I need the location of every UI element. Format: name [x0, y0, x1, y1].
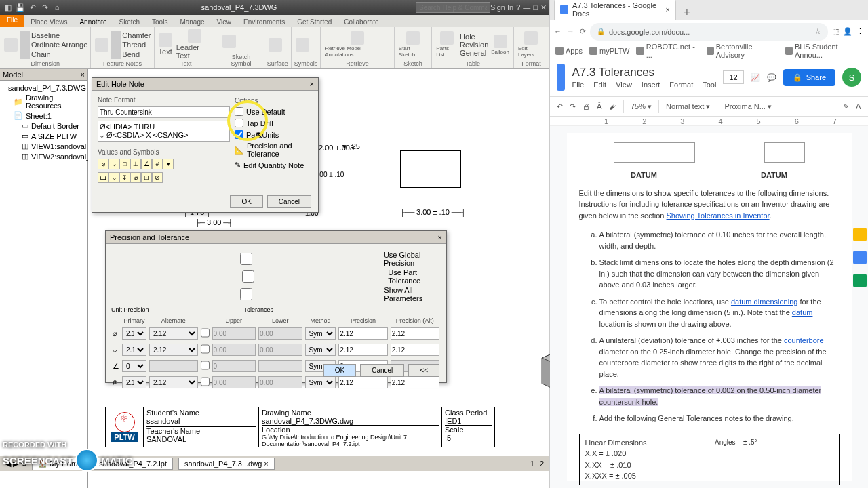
page-num-1[interactable]: 1 — [530, 460, 534, 468]
tab-close-icon[interactable]: × — [666, 5, 670, 14]
row-checkbox[interactable] — [201, 375, 210, 388]
print-icon[interactable]: 🖨 — [583, 102, 590, 110]
menu-file[interactable]: File — [572, 81, 584, 89]
row-checkbox[interactable] — [201, 327, 210, 339]
surface-button[interactable] — [267, 37, 283, 52]
doc-tab-dwg[interactable]: sandoval_P4_7.3...dwg × — [178, 458, 275, 470]
file-tab[interactable]: File — [0, 15, 24, 27]
docs-body[interactable]: DATUM DATUM Edit the dimensions to show … — [550, 126, 868, 488]
bookmark-bentonville[interactable]: Bentonville Advisory — [707, 43, 778, 59]
sym-btn[interactable]: ↧ — [119, 172, 130, 183]
leader-text-button[interactable]: Leader Text — [175, 28, 215, 60]
forward-icon[interactable]: → — [567, 27, 574, 36]
precision-ok-button[interactable]: OK — [323, 364, 356, 377]
edit-hole-cancel-button[interactable]: Cancel — [267, 195, 311, 208]
tree-sheet1[interactable]: 📄Sheet:1 — [11, 110, 85, 121]
primary-select[interactable]: 2.12 — [122, 376, 146, 388]
url-bar[interactable]: 🔒 docs.google.com/docu... ☆ — [590, 23, 828, 41]
part-units-checkbox[interactable]: Part Units — [235, 130, 318, 139]
tab-get-started[interactable]: Get Started — [291, 17, 338, 27]
edit-mode-icon[interactable]: ✎ — [843, 102, 849, 111]
thru-type-input[interactable] — [98, 106, 230, 118]
arrange-button[interactable]: Arrange — [61, 41, 87, 49]
tasks-icon[interactable] — [853, 274, 867, 287]
baseline-button[interactable]: Baseline — [20, 30, 60, 40]
hole-note-button[interactable] — [94, 37, 110, 52]
sym-btn[interactable]: # — [152, 159, 163, 169]
redo-icon[interactable]: ↷ — [570, 102, 576, 111]
edit-hole-ok-button[interactable]: OK — [230, 195, 262, 208]
tab-tools[interactable]: Tools — [146, 17, 174, 27]
precision-input[interactable] — [338, 327, 387, 340]
style-select[interactable]: Normal text ▾ — [666, 102, 710, 111]
text-button[interactable]: Text — [157, 33, 174, 56]
docs-title[interactable]: A7.3 Tolerances — [572, 66, 716, 79]
tab-place-views[interactable]: Place Views — [24, 17, 73, 27]
tab-collaborate[interactable]: Collaborate — [338, 17, 384, 27]
alternate-select[interactable]: 2.12 — [149, 327, 198, 340]
sym-btn[interactable]: ⌴ — [98, 172, 108, 183]
primary-select[interactable]: 0 — [122, 360, 146, 372]
precision-close-icon[interactable]: × — [438, 233, 442, 241]
edit-quantity-link[interactable]: ✎Edit Quantity Note — [235, 161, 318, 169]
star-icon[interactable]: ☆ — [814, 27, 821, 36]
sym-btn[interactable]: ⌵ — [108, 159, 119, 169]
back-icon[interactable]: ← — [554, 27, 561, 36]
tab-manage[interactable]: Manage — [174, 17, 210, 27]
sym-btn[interactable]: ⊘ — [152, 172, 163, 183]
ordinate-button[interactable]: Ordinate — [20, 40, 60, 49]
precision-tolerance-link[interactable]: 📐Precision and Tolerance — [235, 142, 318, 158]
tree-a-size-pltw[interactable]: ▭A SIZE PLTW — [19, 131, 85, 141]
formula-display[interactable]: Ø<HDIA> THRU ⌵ Ø<CSDIA> X <CSANG> — [98, 121, 230, 142]
sym-btn[interactable]: ⊥ — [130, 159, 141, 169]
sym-btn[interactable]: ⌀ — [130, 172, 141, 183]
redo-icon[interactable]: ↷ — [39, 2, 50, 13]
showing-tolerances-link[interactable]: Showing Tolerances in Inventor — [667, 211, 770, 220]
maximize-icon[interactable]: □ — [533, 3, 538, 12]
tree-default-border[interactable]: ▭Default Border — [19, 121, 85, 131]
apps-bookmark[interactable]: Apps — [555, 47, 583, 55]
primary-select[interactable]: 2.12 — [122, 344, 146, 356]
precision-alt-input[interactable] — [391, 376, 439, 388]
row-checkbox[interactable] — [201, 343, 210, 355]
minimize-icon[interactable]: — — [523, 3, 530, 12]
method-select[interactable]: Symmetric — [305, 344, 336, 356]
start-sketch-button[interactable]: Start Sketch — [397, 30, 429, 58]
symbols-button[interactable] — [294, 37, 311, 52]
sym-btn[interactable]: ▾ — [163, 159, 174, 169]
menu-insert[interactable]: Insert — [642, 81, 660, 89]
dimension-button[interactable] — [3, 37, 19, 52]
sketch-symbol-button[interactable] — [221, 34, 237, 49]
precision-back-button[interactable]: << — [408, 364, 439, 377]
font-select[interactable]: Proxima N... ▾ — [724, 102, 772, 111]
alternate-select[interactable]: 2.12 — [149, 344, 198, 356]
edit-layers-button[interactable]: Edit Layers — [517, 30, 546, 58]
collapse-icon[interactable]: ᐱ — [856, 102, 861, 111]
menu-tools[interactable]: Tool — [703, 81, 716, 89]
calendar-icon[interactable] — [853, 251, 867, 264]
sym-btn[interactable]: ⌀ — [98, 159, 108, 169]
sym-btn[interactable]: ∠ — [141, 159, 152, 169]
tree-drawing-resources[interactable]: 📁Drawing Resources — [11, 93, 85, 110]
general-table-button[interactable]: General — [460, 49, 488, 57]
edit-hole-close-icon[interactable]: × — [310, 80, 314, 88]
menu-icon[interactable]: ⋮ — [856, 27, 864, 36]
help-search-input[interactable] — [416, 2, 490, 13]
bookmark-bhs[interactable]: BHS Student Annou... — [785, 43, 863, 59]
bend-button[interactable]: Bend — [111, 49, 151, 59]
extension-icon[interactable]: ⬚ — [832, 27, 839, 36]
method-select[interactable]: Symmetric — [305, 327, 336, 340]
docs-ruler[interactable]: 1234567 — [550, 117, 868, 126]
spellcheck-icon[interactable]: Ǎ — [597, 102, 602, 111]
tab-sketch[interactable]: Sketch — [113, 17, 146, 27]
primary-select[interactable]: 2.12 — [122, 327, 146, 340]
app-menu-icon[interactable]: ◧ — [3, 2, 14, 13]
more-icon[interactable]: ⋯ — [829, 102, 836, 111]
sym-btn[interactable]: □ — [119, 159, 130, 169]
bookmark-robotc[interactable]: ROBOTC.net - ... — [636, 43, 699, 59]
tree-view2[interactable]: ◫VIEW2:sandoval_P4_7.2.i — [19, 151, 85, 161]
sym-btn[interactable]: ⊡ — [141, 172, 152, 183]
datum-dimensioning-link[interactable]: datum dimensioning — [731, 298, 797, 306]
user-avatar[interactable]: S — [842, 68, 861, 87]
precision-input[interactable] — [338, 344, 387, 356]
